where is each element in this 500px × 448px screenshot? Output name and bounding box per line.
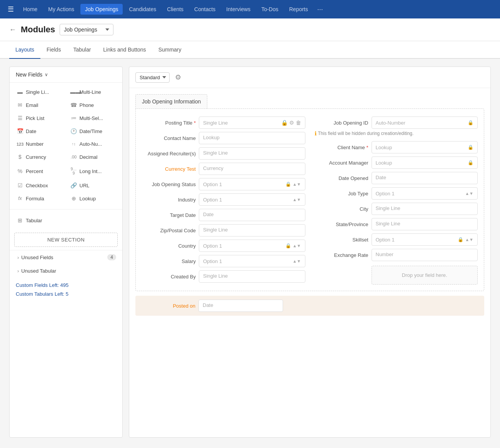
tab-tabular[interactable]: Tabular [67,41,97,59]
field-multi-select[interactable]: ≔ Multi-Sel... [67,112,120,124]
input-target-date[interactable]: Date [199,209,305,221]
tab-links-buttons[interactable]: Links and Buttons [97,41,152,59]
field-decimal[interactable]: .00 Decimal [67,151,120,163]
input-currency-test[interactable]: Currency [199,163,305,175]
hamburger-menu[interactable]: ☰ [5,3,17,16]
label-job-type: Job Type [315,191,368,197]
custom-tabulars-link[interactable]: Custom Tabulars Left: 5 [16,291,116,297]
field-formula[interactable]: fx Formula [13,192,66,205]
field-number[interactable]: 123 Number [13,138,66,150]
nav-clients[interactable]: Clients [162,4,188,15]
tab-fields[interactable]: Fields [40,41,67,59]
drop-zone[interactable]: Drop your field here. [372,266,478,285]
form-row-state-province: State/Province Single Line [315,217,478,232]
unused-fields-row[interactable]: › Unused Fields 4 [10,250,122,264]
settings-gear-button[interactable]: ⚙ [173,72,183,83]
field-single-line[interactable]: ▬ Single Li... [13,86,66,98]
email-icon: ✉ [17,102,23,108]
field-url[interactable]: 🔗 URL [67,179,120,192]
form-row-created-by: Created By Single Line [142,269,305,284]
input-state-province[interactable]: Single Line [372,218,478,230]
section-header: Job Opening Information [135,94,484,108]
field-lookup[interactable]: ⊕ Lookup [67,192,120,205]
select-arrows-salary: ▲▼ [293,259,301,263]
form-row-job-type: Job Type Option 1 ▲▼ [315,186,478,201]
field-date[interactable]: 📅 Date [13,125,66,137]
nav-reports[interactable]: Reports [285,4,313,15]
field-percent[interactable]: % Percent [13,164,66,178]
select-arrows-industry: ▲▼ [293,198,301,202]
back-arrow-icon[interactable]: ← [9,26,16,34]
placeholder-skillset: Option 1 [376,237,395,243]
placeholder-zip: Single Line [203,227,228,233]
input-job-opening-status[interactable]: Option 1 🔒 ▲▼ [199,178,305,190]
placeholder-account-manager: Lookup [376,160,392,166]
input-posting-title[interactable]: Single Line 🔒 ⚙ 🗑 [199,117,305,129]
form-row-assigned-recruiter: Assigned Recruiter(s) Single Line [142,146,305,161]
nav-home[interactable]: Home [18,4,42,15]
input-account-manager[interactable]: Lookup 🔒 [372,157,478,169]
input-job-opening-id[interactable]: Auto-Number 🔒 [372,117,478,129]
nav-interviews[interactable]: Interviews [222,4,255,15]
label-account-manager: Account Manager [315,160,368,166]
standard-selector[interactable]: Standard [135,72,170,83]
currency-icon: $ [17,154,23,160]
label-exchange-rate: Exchange Rate [315,252,368,258]
lock-icon-client: 🔒 [468,145,473,150]
field-number-label: Number [26,141,43,147]
input-industry[interactable]: Option 1 ▲▼ [199,193,305,206]
label-city: City [315,206,368,212]
input-salary[interactable]: Option 1 ▲▼ [199,255,305,267]
label-salary: Salary [142,258,196,264]
input-exchange-rate[interactable]: Number [372,249,478,261]
field-phone[interactable]: ☎ Phone [67,99,120,111]
placeholder-posted-on: Date [203,302,213,308]
field-datetime[interactable]: 🕐 Date/Time [67,125,120,137]
input-zip[interactable]: Single Line [199,224,305,236]
input-created-by[interactable]: Single Line [199,270,305,283]
input-contact-name[interactable]: Lookup [199,132,305,144]
unused-tabular-label: Unused Tabular [21,268,56,274]
field-auto-number[interactable]: ↑↕ Auto-Nu... [67,138,120,150]
field-lookup-label: Lookup [80,196,96,202]
label-posted-on: Posted on [142,303,195,309]
field-email[interactable]: ✉ Email [13,99,66,111]
tab-layouts[interactable]: Layouts [9,41,40,59]
input-job-type[interactable]: Option 1 ▲▼ [372,187,478,200]
nav-my-actions[interactable]: My Actions [43,4,79,15]
auto-number-icon: ↑↕ [70,142,77,146]
nav-candidates[interactable]: Candidates [124,4,161,15]
nav-contacts[interactable]: Contacts [190,4,220,15]
field-checkbox[interactable]: ☑ Checkbox [13,179,66,192]
input-client-name[interactable]: Lookup 🔒 [372,141,478,153]
input-city[interactable]: Single Line [372,203,478,215]
field-single-line-label: Single Li... [26,89,49,95]
unused-tabular-row[interactable]: › Unused Tabular [10,264,122,278]
lock-icon-account-manager: 🔒 [468,160,473,165]
tab-summary[interactable]: Summary [152,41,188,59]
input-posted-on[interactable]: Date [198,300,283,312]
new-section-button[interactable]: NEW SECTION [14,233,118,247]
gear-icon[interactable]: ⚙ [289,120,294,126]
module-selector[interactable]: Job Openings Candidates Clients [60,24,113,35]
nav-todos[interactable]: To-Dos [257,4,283,15]
nav-job-openings[interactable]: Job Openings [80,4,123,15]
form-row-posting-title: Posting Title Single Line 🔒 ⚙ 🗑 [142,115,305,130]
field-tabular[interactable]: ⊞ Tabular [13,214,66,226]
select-arrows-status: ▲▼ [293,182,301,187]
field-pick-list[interactable]: ☰ Pick List [13,112,66,124]
field-currency[interactable]: $ Currency [13,151,66,163]
placeholder-contact-name: Lookup [203,135,220,140]
input-assigned-recruiter[interactable]: Single Line [199,147,305,160]
field-long-int[interactable]: 9…9 Long Int... [67,164,120,178]
drop-zone-text: Drop your field here. [402,272,447,278]
delete-icon[interactable]: 🗑 [296,120,301,126]
new-fields-header[interactable]: New Fields ∨ [10,67,122,83]
custom-fields-link[interactable]: Custom Fields Left: 495 [16,282,116,288]
nav-more[interactable]: ··· [314,3,326,16]
input-date-opened[interactable]: Date [372,172,478,184]
field-multi-line[interactable]: ▬▬ Multi-Line [67,86,120,98]
input-skillset[interactable]: Option 1 🔒 ▲▼ [372,233,478,246]
input-country[interactable]: Option 1 🔒 ▲▼ [199,240,305,252]
lock-icon-id: 🔒 [468,120,473,125]
